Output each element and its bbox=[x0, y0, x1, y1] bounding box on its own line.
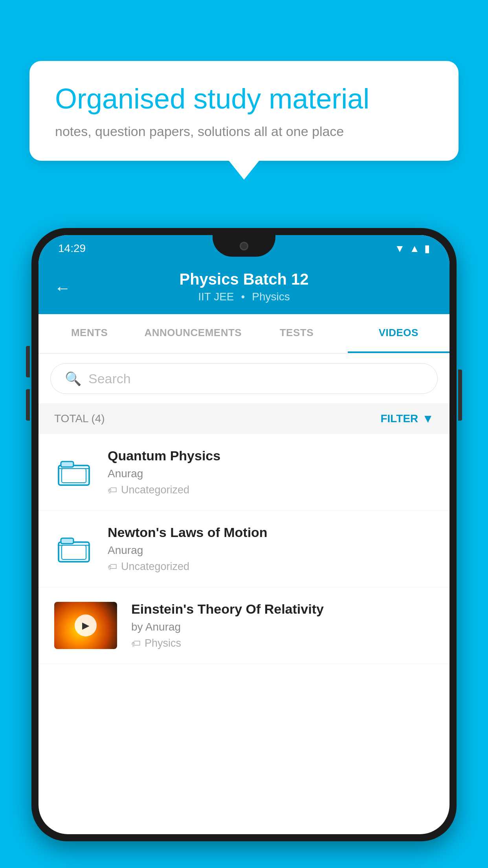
header-physics: Physics bbox=[252, 291, 290, 303]
tabs-bar: MENTS ANNOUNCEMENTS TESTS VIDEOS bbox=[39, 314, 449, 354]
filter-icon: ▼ bbox=[422, 412, 434, 425]
video-author: Anurag bbox=[108, 544, 434, 557]
video-title: Quantum Physics bbox=[108, 448, 434, 463]
folder-icon bbox=[54, 529, 94, 568]
list-item[interactable]: Newton's Laws of Motion Anurag 🏷 Uncateg… bbox=[39, 511, 449, 587]
status-icons: ▼ ▲ ▮ bbox=[395, 243, 430, 255]
header-subtitle: IIT JEE • Physics bbox=[58, 291, 430, 303]
filter-label: FILTER bbox=[380, 412, 418, 425]
tab-tests[interactable]: TESTS bbox=[246, 314, 347, 353]
search-input[interactable]: Search bbox=[88, 371, 131, 386]
phone-frame: 14:29 ▼ ▲ ▮ ← Physics Batch 12 IIT JEE •… bbox=[31, 228, 457, 841]
back-button[interactable]: ← bbox=[54, 279, 71, 298]
wifi-icon: ▼ bbox=[395, 243, 405, 255]
tab-announcements[interactable]: ANNOUNCEMENTS bbox=[140, 314, 246, 353]
video-info: Einstein's Theory Of Relativity by Anura… bbox=[131, 601, 434, 649]
play-button[interactable]: ▶ bbox=[75, 614, 97, 636]
video-info: Newton's Laws of Motion Anurag 🏷 Uncateg… bbox=[108, 525, 434, 573]
phone-wrapper: 14:29 ▼ ▲ ▮ ← Physics Batch 12 IIT JEE •… bbox=[31, 228, 457, 868]
power-button bbox=[458, 370, 462, 421]
volume-up-button bbox=[26, 346, 30, 377]
signal-icon: ▲ bbox=[409, 243, 420, 255]
search-container: 🔍 Search bbox=[39, 354, 449, 403]
svg-rect-1 bbox=[61, 462, 73, 467]
svg-rect-4 bbox=[61, 538, 73, 544]
list-item[interactable]: ▶ Einstein's Theory Of Relativity by Anu… bbox=[39, 587, 449, 664]
filter-bar: TOTAL (4) FILTER ▼ bbox=[39, 403, 449, 434]
status-time: 14:29 bbox=[58, 242, 86, 255]
app-header: ← Physics Batch 12 IIT JEE • Physics bbox=[39, 262, 449, 314]
status-bar: 14:29 ▼ ▲ ▮ bbox=[39, 235, 449, 262]
header-iitjee: IIT JEE bbox=[198, 291, 234, 303]
header-dot: • bbox=[241, 291, 245, 303]
list-item[interactable]: Quantum Physics Anurag 🏷 Uncategorized bbox=[39, 434, 449, 511]
tag-icon: 🏷 bbox=[108, 561, 117, 572]
tag-icon: 🏷 bbox=[131, 638, 141, 649]
volume-down-button bbox=[26, 389, 30, 421]
total-count: TOTAL (4) bbox=[54, 412, 105, 425]
folder-icon bbox=[54, 452, 94, 492]
tab-videos[interactable]: VIDEOS bbox=[348, 314, 449, 353]
video-tag: 🏷 Uncategorized bbox=[108, 484, 434, 496]
video-author: by Anurag bbox=[131, 621, 434, 633]
search-icon: 🔍 bbox=[65, 371, 81, 386]
phone-screen: 14:29 ▼ ▲ ▮ ← Physics Batch 12 IIT JEE •… bbox=[39, 235, 449, 834]
video-tag: 🏷 Uncategorized bbox=[108, 561, 434, 573]
tab-ments[interactable]: MENTS bbox=[39, 314, 140, 353]
video-author: Anurag bbox=[108, 467, 434, 480]
camera-icon bbox=[240, 242, 248, 250]
svg-rect-2 bbox=[62, 469, 86, 483]
svg-rect-5 bbox=[62, 545, 86, 559]
video-list: Quantum Physics Anurag 🏷 Uncategorized bbox=[39, 434, 449, 664]
bubble-title: Organised study material bbox=[55, 83, 433, 115]
tag-icon: 🏷 bbox=[108, 485, 117, 496]
search-bar[interactable]: 🔍 Search bbox=[50, 363, 438, 394]
video-tag: 🏷 Physics bbox=[131, 637, 434, 649]
tag-label: Physics bbox=[145, 637, 181, 649]
bubble-subtitle: notes, question papers, solutions all at… bbox=[55, 124, 433, 139]
battery-icon: ▮ bbox=[424, 243, 430, 255]
speech-bubble: Organised study material notes, question… bbox=[29, 61, 459, 161]
tag-label: Uncategorized bbox=[121, 561, 189, 573]
video-thumbnail: ▶ bbox=[54, 602, 117, 649]
tag-label: Uncategorized bbox=[121, 484, 189, 496]
video-title: Einstein's Theory Of Relativity bbox=[131, 601, 434, 617]
notch bbox=[213, 235, 275, 257]
video-title: Newton's Laws of Motion bbox=[108, 525, 434, 540]
video-info: Quantum Physics Anurag 🏷 Uncategorized bbox=[108, 448, 434, 496]
filter-button[interactable]: FILTER ▼ bbox=[380, 412, 434, 425]
header-title: Physics Batch 12 bbox=[58, 270, 430, 288]
